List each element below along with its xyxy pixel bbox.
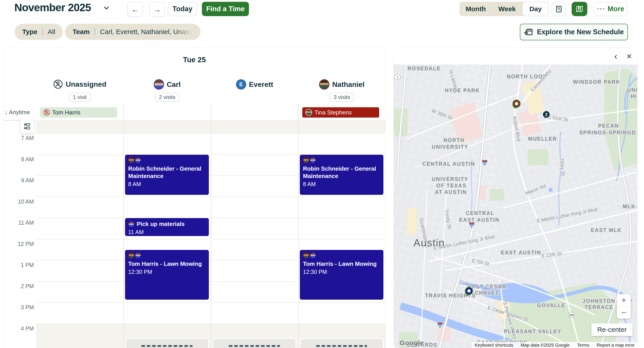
calendar-panel: Tue 25 ↓ Anytime Unassigned1 visitCarl2 … — [3, 48, 386, 348]
avatar-carl — [310, 157, 316, 163]
anytime-visit-tom-harris[interactable]: Tom Harris — [40, 107, 117, 118]
hour-line — [36, 324, 386, 324]
attribution-item[interactable]: Report a map error — [597, 343, 634, 348]
avatar-carl — [128, 221, 134, 227]
map-label: UNIVE — [627, 87, 637, 93]
event-avatars — [303, 157, 380, 163]
event-time: 11 AM — [128, 229, 206, 235]
team-filter-label: Team — [72, 28, 90, 36]
more-button[interactable]: ··· More — [594, 2, 628, 16]
column-header-nathaniel[interactable]: Nathaniel — [298, 79, 386, 90]
hour-line — [36, 239, 386, 239]
column-header-carl[interactable]: Carl — [124, 79, 211, 90]
type-filter-chip[interactable]: Type All — [14, 24, 63, 40]
clipped-event-chip[interactable] — [300, 339, 383, 348]
avatar-nathaniel — [319, 79, 330, 90]
map-label: Austin — [414, 237, 445, 249]
hour-label: 10 AM — [5, 198, 34, 205]
hour-label: 12 PM — [5, 241, 34, 247]
visit-count-badge: 2 visits — [155, 93, 179, 102]
svg-text:2: 2 — [545, 112, 548, 117]
next-day-button[interactable]: → — [149, 2, 165, 17]
event-card[interactable]: Pick up materials11 AM — [125, 218, 209, 236]
avatar-carl — [310, 252, 316, 258]
recenter-button[interactable]: Re-center — [591, 323, 632, 336]
today-button[interactable]: Today — [168, 2, 197, 16]
toggle-list-button[interactable] — [552, 2, 566, 16]
zoom-in-button[interactable]: + — [617, 294, 631, 306]
anytime-visit-tina-stephens[interactable]: Tina Stephens — [302, 107, 379, 118]
map-canvas[interactable]: ROSEDALENORTH LOOPWINDSOR PARKUNIVEHILHY… — [394, 64, 637, 348]
find-a-time-button[interactable]: Find a Time — [202, 2, 249, 16]
explore-new-schedule-button[interactable]: Explore the New Schedule — [520, 24, 628, 40]
list-off-icon — [555, 5, 563, 13]
clipped-event-chip[interactable] — [213, 339, 296, 348]
attribution-item[interactable]: Keyboard shortcuts — [474, 343, 513, 348]
column-name: Unassigned — [66, 80, 106, 88]
anytime-visit-name: Tom Harris — [52, 109, 80, 116]
visit-badge-wrap: 1 visit — [36, 93, 124, 102]
svg-text:1: 1 — [396, 76, 398, 79]
calendar-sparkle-icon — [524, 27, 533, 37]
event-inline-row: Pick up materials — [128, 220, 206, 228]
hour-line — [36, 218, 386, 218]
avatar-everett: E — [236, 79, 246, 90]
event-time: 12:30 PM — [303, 269, 380, 275]
divider — [94, 28, 95, 36]
map-panel: ‹ × — [394, 48, 638, 348]
visit-count-badge: 1 visit — [69, 93, 90, 102]
chevron-down-icon[interactable] — [103, 6, 110, 10]
event-card[interactable]: Tom Harris - Lawn Mowing12:30 PM — [300, 250, 384, 300]
avatar-nathaniel — [303, 157, 309, 163]
map-label: EAST AUSTIN — [459, 217, 500, 223]
avatar-carl — [135, 252, 141, 258]
clipped-text — [229, 345, 280, 347]
event-time: 8 AM — [303, 181, 380, 187]
column-header-unassigned[interactable]: Unassigned — [36, 79, 124, 89]
hour-label: 3 PM — [5, 304, 34, 311]
close-map-button[interactable]: × — [624, 51, 635, 62]
type-filter-label: Type — [22, 28, 38, 36]
avatar-tina — [306, 109, 312, 116]
collapse-map-button[interactable]: ‹ — [610, 51, 621, 62]
team-filter-chip[interactable]: Team Carl, Everett, Nathaniel, Unassig — [65, 24, 200, 40]
event-title: Tom Harris - Lawn Mowing — [303, 260, 380, 268]
scheduling-app: November 2025 ← → Today Find a Time Mont… — [0, 0, 644, 348]
event-title: Robin Schneider - General Maintenance — [303, 165, 380, 180]
map-icon — [575, 5, 584, 13]
map-label: MLK-1 — [623, 204, 637, 209]
svg-text:35: 35 — [483, 162, 486, 165]
column-header-everett[interactable]: EEverett — [211, 79, 298, 90]
attribution-item[interactable]: Map data ©2025 Google — [521, 343, 570, 348]
day-header: Tue 25 — [3, 55, 386, 64]
zoom-out-button[interactable]: − — [617, 307, 631, 319]
column-divider — [124, 103, 124, 348]
visit-count-badge: 3 visits — [330, 93, 354, 102]
clipped-event-chip[interactable] — [126, 339, 208, 348]
map-label: HYDE PARK — [445, 87, 480, 93]
more-label: More — [608, 5, 624, 13]
hour-label: 8 AM — [5, 156, 34, 163]
ellipsis-icon: ··· — [597, 5, 605, 13]
event-time: 12:30 PM — [128, 269, 206, 275]
tab-week[interactable]: Week — [492, 2, 522, 16]
event-card[interactable]: Robin Schneider - General Maintenance8 A… — [300, 155, 384, 195]
map-attribution: Keyboard shortcutsMap data ©2025 GoogleT… — [472, 342, 637, 348]
hour-line — [36, 133, 386, 133]
map-label: EAST AUSTIN — [501, 250, 541, 256]
hour-label: 7 AM — [5, 135, 34, 141]
attribution-item[interactable]: Terms — [577, 343, 589, 348]
svg-text:35: 35 — [438, 324, 442, 328]
avatar-carl — [135, 157, 141, 163]
event-card[interactable]: Tom Harris - Lawn Mowing12:30 PM — [125, 250, 209, 300]
map-label: AT AUSTIN — [435, 189, 467, 195]
hour-label: 9 AM — [5, 177, 34, 184]
prev-day-button[interactable]: ← — [127, 2, 143, 17]
tab-month[interactable]: Month — [459, 2, 492, 16]
agenda-view-button[interactable] — [20, 119, 34, 133]
visit-badge-wrap: 3 visits — [298, 93, 386, 102]
type-filter-value: All — [48, 28, 55, 36]
tab-day[interactable]: Day — [522, 2, 549, 16]
map-view-button[interactable] — [572, 2, 587, 16]
event-card[interactable]: Robin Schneider - General Maintenance8 A… — [125, 155, 209, 195]
